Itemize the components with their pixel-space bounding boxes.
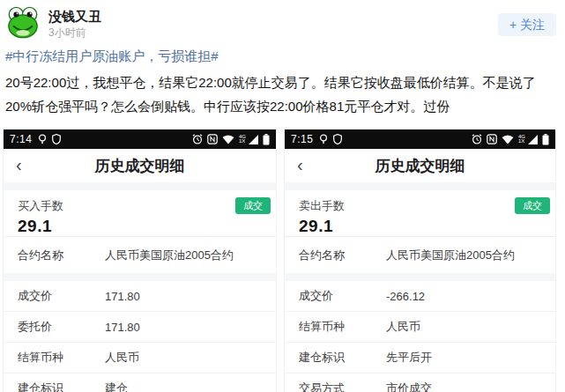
summary-section: 卖出手数 成交 29.1 <box>285 190 555 236</box>
status-bar: 7:15 <box>285 129 555 149</box>
row-label: 建仓标识 <box>299 350 345 366</box>
nfc-icon <box>207 134 218 144</box>
alarm-icon <box>192 134 203 144</box>
row-label: 建仓标识 <box>18 381 63 392</box>
location-icon <box>38 134 47 144</box>
screenshot-pair: 7:14 <box>3 129 565 392</box>
post-header: 没钱又丑 3小时前 + 关注 <box>0 0 565 41</box>
lots-label: 卖出手数 <box>299 198 541 213</box>
table-row: 结算币种 人民币 <box>285 312 555 343</box>
table-row: 建仓标识 建仓 <box>4 374 276 392</box>
status-badge: 成交 <box>235 197 271 214</box>
shield-icon <box>333 134 342 144</box>
status-bar: 7:14 <box>4 129 276 149</box>
nfc-icon <box>487 134 497 144</box>
row-label: 委托价 <box>18 319 52 335</box>
phone-screenshot-sell[interactable]: 7:15 <box>284 129 556 392</box>
shield-icon <box>52 134 61 144</box>
hashtag-link[interactable]: #中行冻结用户原油账户，亏损谁担# <box>5 47 560 66</box>
table-row: 成交价 -266.12 <box>285 281 555 312</box>
table-row: 结算币种 人民币 <box>4 343 276 374</box>
follow-button[interactable]: + 关注 <box>498 13 556 36</box>
row-label: 成交价 <box>299 288 333 304</box>
page-title: 历史成交明细 <box>375 156 465 176</box>
section-divider <box>285 182 555 190</box>
row-label: 结算币种 <box>299 319 345 335</box>
back-button[interactable]: ‹ <box>297 154 303 175</box>
table-row: 成交价 171.80 <box>4 281 276 312</box>
status-time: 7:15 <box>291 133 313 145</box>
back-button[interactable]: ‹ <box>16 154 22 175</box>
lots-label: 买入手数 <box>18 198 262 213</box>
table-row: 交易方式 市价成交 <box>285 374 555 392</box>
network-type-label: 4G 1X <box>518 135 525 144</box>
location-icon <box>319 134 328 144</box>
row-value: 人民币美国原油2005合约 <box>105 248 234 263</box>
battery-icon <box>263 134 270 145</box>
frog-avatar-icon <box>6 5 40 39</box>
row-value: 建仓 <box>105 381 128 392</box>
lots-value: 29.1 <box>18 217 262 236</box>
lots-value: 29.1 <box>299 217 541 236</box>
table-row: 合约名称 人民币美国原油2005合约 <box>285 236 555 273</box>
table-row: 建仓标识 先平后开 <box>285 343 555 374</box>
wifi-icon <box>222 135 234 144</box>
status-badge: 成交 <box>515 197 550 214</box>
row-value: 市价成交 <box>386 381 432 392</box>
summary-section: 买入手数 成交 29.1 <box>4 190 276 236</box>
row-value: 先平后开 <box>386 350 432 366</box>
table-row: 委托价 171.80 <box>4 312 276 343</box>
status-time: 7:14 <box>10 133 32 145</box>
nav-bar: ‹ 历史成交明细 <box>285 149 555 182</box>
avatar[interactable] <box>6 5 40 39</box>
battery-icon <box>542 134 549 145</box>
username[interactable]: 没钱又丑 <box>48 8 556 25</box>
network-type-label: 4G 1X <box>239 135 246 144</box>
table-row: 合约名称 人民币美国原油2005合约 <box>4 236 276 273</box>
section-divider <box>285 273 555 281</box>
row-label: 结算币种 <box>18 350 63 366</box>
row-label: 交易方式 <box>299 381 345 392</box>
row-label: 成交价 <box>18 288 52 304</box>
row-value: 171.80 <box>105 290 140 303</box>
section-divider <box>4 273 276 281</box>
row-value: 人民币 <box>105 350 139 366</box>
signal-icon <box>528 135 538 144</box>
row-label: 合约名称 <box>299 248 345 263</box>
signal-icon <box>249 135 258 144</box>
section-divider <box>4 182 276 190</box>
nav-bar: ‹ 历史成交明细 <box>4 149 276 182</box>
wifi-icon <box>502 135 514 144</box>
row-label: 合约名称 <box>18 248 63 263</box>
row-value: 人民币 <box>386 319 420 335</box>
phone-screenshot-buy[interactable]: 7:14 <box>3 129 277 392</box>
page-title: 历史成交明细 <box>95 156 185 176</box>
row-value: 人民币美国原油2005合约 <box>386 248 515 263</box>
row-value: -266.12 <box>386 290 425 303</box>
post-body-text: 20号22:00过，我想平仓，结果它22:00就停止交易了。结果它按收盘最低价结… <box>5 70 560 118</box>
timestamp: 3小时前 <box>48 26 556 40</box>
row-value: 171.80 <box>105 321 140 334</box>
alarm-icon <box>472 134 482 144</box>
